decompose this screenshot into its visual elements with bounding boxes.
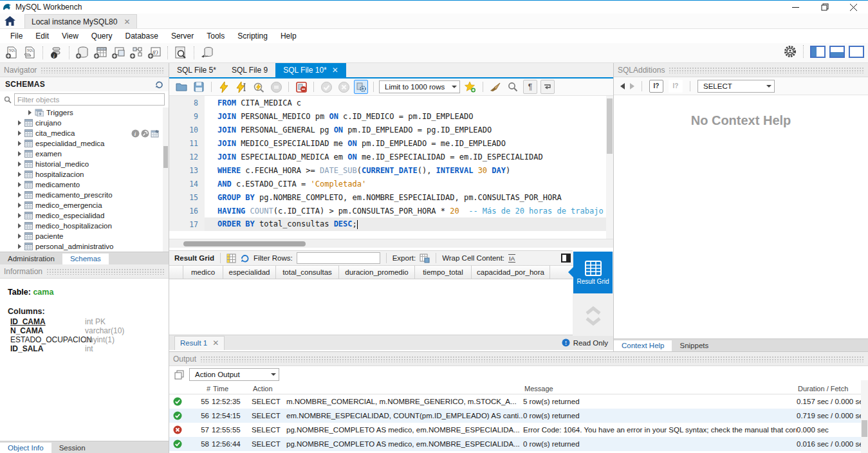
menu-scripting[interactable]: Scripting	[231, 30, 274, 42]
info-icon[interactable]: i	[131, 129, 140, 138]
output-scrollbar[interactable]	[861, 380, 868, 453]
expand-arrow-icon[interactable]	[18, 120, 21, 125]
tab-administration[interactable]: Administration	[0, 254, 62, 264]
jump-to-help-icon[interactable]: I?	[669, 80, 683, 93]
code-line-10[interactable]: 10JOIN PERSONAL_GENERAL pg ON pm.ID_EMPL…	[169, 123, 613, 136]
expand-arrow-icon[interactable]	[18, 162, 21, 167]
code-line-9[interactable]: 9JOIN PERSONAL_MEDICO pm ON c.ID_MEDICO …	[169, 109, 613, 123]
toggle-bottom-panel-icon[interactable]	[829, 46, 845, 58]
code-line-13[interactable]: 13WHERE c.FECHA_HORA >= DATE_SUB(CURRENT…	[169, 163, 613, 177]
menu-help[interactable]: Help	[274, 30, 303, 42]
help-topic-dropdown[interactable]: SELECT	[697, 80, 775, 93]
new-sql-tab-icon[interactable]: SQL	[4, 45, 19, 60]
grid-column-especialidad[interactable]: especialidad	[223, 266, 276, 279]
tree-item-medicamento_prescrito[interactable]: medicamento_prescrito	[0, 190, 169, 200]
execute-current-statement-icon[interactable]	[234, 80, 248, 94]
grid-options-icon[interactable]	[226, 254, 236, 263]
restore-button[interactable]	[810, 1, 839, 14]
context-help-toggle-icon[interactable]: I?	[649, 80, 663, 93]
filter-rows-input[interactable]	[297, 252, 380, 264]
save-script-icon[interactable]	[192, 80, 206, 94]
wrap-text-icon[interactable]	[540, 80, 555, 94]
rollback-icon[interactable]	[337, 80, 351, 94]
alter-icon[interactable]	[151, 129, 160, 138]
create-view-icon[interactable]	[111, 45, 126, 60]
export-icon[interactable]	[420, 254, 430, 263]
code-line-8[interactable]: 8FROM CITA_MEDICA c	[169, 96, 613, 109]
grid-column-total_consultas[interactable]: total_consultas	[276, 266, 339, 279]
sql-tab-close-icon[interactable]: ✕	[332, 66, 338, 75]
expand-arrow-icon[interactable]	[18, 223, 21, 228]
commit-icon[interactable]	[319, 80, 333, 94]
output-row-58[interactable]: 5812:56:44SELECTpg.NOMBRE_COMPLETO AS me…	[169, 437, 868, 451]
inspector-icon[interactable]: i	[48, 45, 64, 60]
expand-arrow-icon[interactable]	[18, 203, 21, 208]
result-panel-toggle-icon[interactable]	[561, 254, 571, 263]
sql-file-tab-3[interactable]: SQL File 10*✕	[275, 63, 346, 77]
save-snippet-icon[interactable]	[463, 80, 477, 94]
tree-item-Triggers[interactable]: Triggers	[0, 107, 169, 118]
beautify-icon[interactable]	[488, 80, 503, 94]
result-tab-close-icon[interactable]: ✕	[212, 338, 219, 347]
search-icon[interactable]	[173, 45, 189, 60]
expand-arrow-icon[interactable]	[18, 141, 21, 146]
refresh-grid-icon[interactable]	[240, 254, 250, 263]
expand-arrow-icon[interactable]	[28, 110, 32, 115]
tree-item-especialidad_medica[interactable]: especialidad_medica	[0, 138, 169, 149]
menu-file[interactable]: File	[4, 30, 29, 42]
wrench-icon[interactable]	[141, 129, 149, 138]
expand-arrow-icon[interactable]	[18, 192, 21, 198]
tree-scrollbar[interactable]	[163, 107, 169, 252]
tree-item-medico_hospitalizacion[interactable]: medico_hospitalizacion	[0, 221, 169, 231]
tree-item-cirujano[interactable]: cirujano	[0, 118, 169, 128]
output-row-56[interactable]: 5612:54:15SELECTem.NOMBRE_ESPECIALIDAD, …	[169, 409, 868, 423]
tree-item-medico_emergencia[interactable]: medico_emergencia	[0, 200, 169, 210]
expand-arrow-icon[interactable]	[18, 244, 21, 249]
expand-arrow-icon[interactable]	[18, 234, 21, 239]
close-button[interactable]	[839, 1, 868, 14]
editor-hscrollbar[interactable]	[169, 239, 613, 248]
open-script-icon[interactable]	[174, 80, 189, 94]
tree-item-cita_medica[interactable]: cita_medicai	[0, 128, 169, 138]
sql-editor[interactable]: 8FROM CITA_MEDICA c9JOIN PERSONAL_MEDICO…	[169, 96, 613, 239]
create-schema-icon[interactable]	[75, 45, 90, 60]
open-sql-file-icon[interactable]: SQL	[22, 45, 37, 60]
tree-item-medicamento[interactable]: medicamento	[0, 180, 169, 190]
chevron-up-icon[interactable]	[585, 306, 602, 315]
reconnect-db-icon[interactable]	[199, 45, 215, 60]
result-grid-body[interactable]	[169, 279, 573, 335]
toggle-right-panel-icon[interactable]	[849, 46, 864, 58]
code-line-17[interactable]: 17ORDER BY total_consultas DESC;	[169, 217, 613, 231]
grid-column-tiempo_total[interactable]: tiempo_total	[415, 266, 472, 279]
stop-execution-icon[interactable]	[269, 80, 283, 94]
tab-snippets[interactable]: Snippets	[672, 340, 716, 351]
tree-item-historial_medico[interactable]: historial_medico	[0, 159, 169, 169]
menu-server[interactable]: Server	[165, 30, 200, 42]
tree-item-examen[interactable]: examen	[0, 149, 169, 159]
code-line-16[interactable]: 16HAVING COUNT(c.ID_CITA) > pm.CONSULTAS…	[169, 204, 613, 217]
explain-plan-icon[interactable]	[252, 80, 266, 94]
output-mode-dropdown[interactable]: Action Output	[189, 368, 279, 381]
home-tab-button[interactable]	[0, 13, 19, 28]
toggle-autocommit-icon[interactable]	[354, 80, 368, 94]
tab-session[interactable]: Session	[51, 443, 93, 453]
help-forward-icon[interactable]	[630, 83, 634, 89]
sql-file-tab-2[interactable]: SQL File 9	[224, 63, 275, 77]
tab-object-info[interactable]: Object Info	[0, 443, 51, 453]
connection-tab-close-icon[interactable]: ✕	[124, 17, 130, 26]
output-row-57[interactable]: 5712:55:55SELECTpg.NOMBRE_COMPLETO AS me…	[169, 423, 868, 437]
code-line-11[interactable]: 11JOIN MEDICO_ESPECIALIDAD me ON pm.ID_E…	[169, 136, 613, 150]
show-invisibles-icon[interactable]: ¶	[523, 80, 537, 94]
menu-query[interactable]: Query	[85, 30, 119, 42]
expand-arrow-icon[interactable]	[18, 182, 21, 187]
wrap-cell-icon[interactable]: IA	[508, 254, 515, 263]
result-tab[interactable]: Result 1 ✕	[174, 336, 225, 350]
menu-edit[interactable]: Edit	[29, 30, 55, 42]
toggle-left-panel-icon[interactable]	[810, 46, 826, 58]
tree-item-paciente[interactable]: paciente	[0, 231, 169, 241]
create-function-icon[interactable]: f()	[147, 45, 162, 60]
filter-objects-input[interactable]	[14, 93, 165, 106]
preferences-gear-icon[interactable]	[784, 45, 797, 58]
expand-arrow-icon[interactable]	[18, 151, 21, 156]
grid-column-capacidad_por_hora[interactable]: capacidad_por_hora	[472, 266, 550, 279]
